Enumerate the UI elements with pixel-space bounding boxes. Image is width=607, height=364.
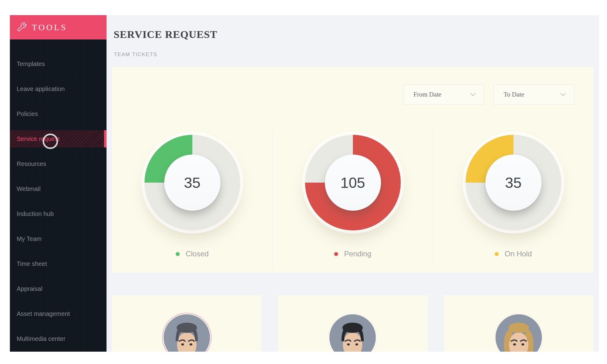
closed-legend: Closed [176,250,209,258]
sidebar-item-appraisal[interactable]: Appraisal [10,276,107,301]
sidebar-title: TOOLS [32,23,67,32]
sidebar-item-templates[interactable]: Templates [10,52,107,77]
woman-blonde-hair-avatar [496,314,542,352]
sidebar-item-service-request[interactable]: Service request [10,126,107,151]
sidebar-item-leave-application[interactable]: Leave application [10,77,107,101]
main-content: SERVICE REQUEST TEAM TICKETS From Date T… [107,15,599,352]
sidebar-item-webmail[interactable]: Webmail [10,176,107,201]
from-date-select[interactable]: From Date [403,85,484,105]
section-label: TEAM TICKETS [114,52,599,58]
sidebar: TOOLS Templates Leave application Polici… [10,15,107,352]
closed-donut-chart: 35 [144,135,240,230]
pending-legend-dot [334,252,338,256]
donut-row: 35 Closed 105 [112,130,593,267]
on-hold-legend-dot [495,252,499,256]
closed-count: 35 [184,174,200,191]
app-window: TOOLS Templates Leave application Polici… [10,15,599,352]
on-hold-count: 35 [505,174,521,191]
pending-count: 105 [340,174,365,191]
sidebar-item-time-sheet[interactable]: Time sheet [10,251,107,276]
date-filter-row: From Date To Date [112,67,593,105]
pending-donut-chart: 105 [305,135,401,230]
on-hold-donut-chart: 35 [466,135,561,230]
chevron-down-icon [560,92,566,97]
sidebar-item-my-team[interactable]: My Team [10,226,107,251]
closed-legend-dot [176,252,180,256]
sidebar-item-asset-management[interactable]: Asset management [10,301,107,326]
chevron-down-icon [470,92,476,97]
team-member-card[interactable] [278,295,427,352]
sidebar-header: TOOLS [10,15,107,39]
donut-column-on-hold: 35 On Hold [433,130,593,267]
sidebar-item-induction-hub[interactable]: Induction hub [10,201,107,226]
pending-legend: Pending [334,250,371,258]
donut-column-closed: 35 Closed [112,130,272,267]
to-date-select[interactable]: To Date [493,85,574,105]
wrench-icon [17,22,27,33]
page-title: SERVICE REQUEST [114,29,599,40]
sidebar-item-resources[interactable]: Resources [10,151,107,176]
man-black-hair-avatar [329,314,376,352]
sidebar-item-multimedia-center[interactable]: Multimedia center [10,326,107,351]
team-member-card[interactable] [112,295,262,352]
man-dark-gray-hair-avatar [164,314,210,352]
team-member-card[interactable] [444,295,593,352]
team-tickets-panel: From Date To Date 35 [112,67,593,273]
donut-column-pending: 105 Pending [272,130,433,267]
sidebar-item-policies[interactable]: Policies [10,101,107,126]
team-member-cards [112,295,593,352]
on-hold-legend: On Hold [495,250,532,258]
sidebar-nav: Templates Leave application Policies Ser… [10,39,107,351]
